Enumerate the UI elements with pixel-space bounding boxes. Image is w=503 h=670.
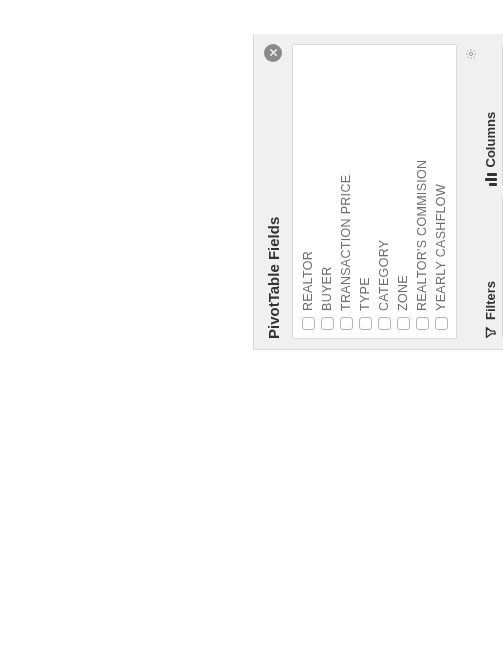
field-label: ZONE <box>396 275 410 311</box>
field-label: TYPE <box>358 277 372 311</box>
field-label: TRANSACTION PRICE <box>339 175 353 311</box>
columns-area: Columns <box>483 44 503 187</box>
svg-line-10 <box>474 57 475 58</box>
columns-text: Columns <box>483 112 498 168</box>
checkbox-icon[interactable] <box>340 317 353 330</box>
field-item[interactable]: ZONE <box>396 53 410 330</box>
columns-label: Columns <box>483 44 498 187</box>
svg-line-7 <box>467 57 468 58</box>
close-icon <box>269 49 278 58</box>
checkbox-icon[interactable] <box>435 317 448 330</box>
svg-line-8 <box>474 50 475 51</box>
checkbox-icon[interactable] <box>416 317 429 330</box>
field-item[interactable]: BUYER <box>320 53 334 330</box>
filters-area: Filters <box>483 197 503 340</box>
field-item[interactable]: REALTOR'S COMMISION <box>415 53 429 330</box>
pivottable-fields-panel-wrap: PivotTable Fields REALTOR BUYER <box>253 34 503 350</box>
field-label: BUYER <box>320 266 334 311</box>
filters-label: Filters <box>483 197 498 340</box>
field-label: REALTOR <box>301 251 315 311</box>
svg-point-2 <box>469 52 472 55</box>
field-item[interactable]: TRANSACTION PRICE <box>339 53 353 330</box>
field-item[interactable]: YEARLY CASHFLOW <box>434 53 448 330</box>
stage: PivotTable Fields REALTOR BUYER <box>0 0 503 670</box>
checkbox-icon[interactable] <box>321 317 334 330</box>
checkbox-icon[interactable] <box>359 317 372 330</box>
panel-header: PivotTable Fields <box>262 44 286 339</box>
gear-icon[interactable] <box>465 48 477 60</box>
close-button[interactable] <box>264 44 282 62</box>
pivottable-fields-panel: PivotTable Fields REALTOR BUYER <box>253 34 503 350</box>
field-label: YEARLY CASHFLOW <box>434 184 448 311</box>
field-label: CATEGORY <box>377 240 391 311</box>
field-item[interactable]: TYPE <box>358 53 372 330</box>
field-label: REALTOR'S COMMISION <box>415 160 429 311</box>
checkbox-icon[interactable] <box>378 317 391 330</box>
layout-toolbar <box>463 44 477 339</box>
field-item[interactable]: REALTOR <box>301 53 315 330</box>
filters-text: Filters <box>483 281 498 320</box>
panel-title: PivotTable Fields <box>265 217 282 339</box>
drop-areas: Filters Columns <box>483 44 503 339</box>
checkbox-icon[interactable] <box>302 317 315 330</box>
columns-icon <box>484 174 497 187</box>
checkbox-icon[interactable] <box>397 317 410 330</box>
field-list[interactable]: REALTOR BUYER TRANSACTION PRICE TYPE CAT… <box>292 44 457 339</box>
filter-icon <box>484 326 497 339</box>
field-item[interactable]: CATEGORY <box>377 53 391 330</box>
svg-line-9 <box>467 50 468 51</box>
